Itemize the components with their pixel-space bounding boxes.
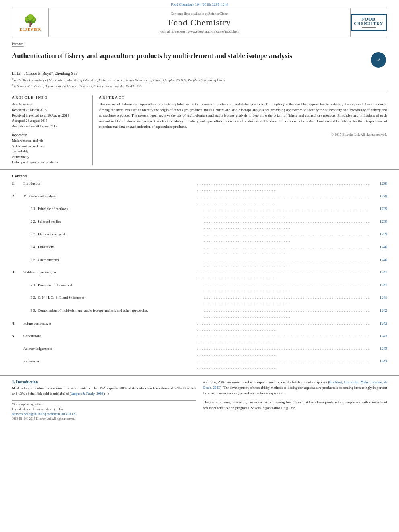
contents-dots-4 <box>197 320 371 333</box>
contents-page-2-3: 1239 <box>371 231 387 237</box>
contents-dots-2-1 <box>204 206 371 219</box>
history-label: Article history: <box>12 102 87 107</box>
top-citation-bar: Food Chemistry 194 (2016) 1238–1244 <box>0 0 399 8</box>
contents-label-intro: Introduction <box>23 181 197 187</box>
contents-label-2-4: Limitations <box>38 244 204 250</box>
elsevier-tree-icon: 🌳 <box>20 14 41 27</box>
contents-dots-ref <box>197 358 371 371</box>
online-date: Available online 29 August 2015 <box>12 124 87 129</box>
contents-label-ref: References <box>23 358 197 364</box>
contents-label-5: Conclusions <box>23 333 197 339</box>
journal-logo-box-area: FOOD CHEMISTRY ▬▬▬▬▬ <box>350 8 387 37</box>
contents-label-multi: Multi-element analysis <box>23 193 197 199</box>
abstract-text: The market of fishery and aquaculture pr… <box>99 102 387 130</box>
keyword-1: Multi-element analysis <box>12 138 87 144</box>
contents-page-5: 1243 <box>371 333 387 339</box>
contents-num-2: 2. <box>12 193 23 199</box>
contents-dots-2-3 <box>204 231 371 244</box>
food-chemistry-logo: FOOD CHEMISTRY ▬▬▬▬▬ <box>351 14 387 31</box>
contents-section: Contents 1. Introduction 1238 2. Multi-e… <box>12 174 387 371</box>
contents-num-1: 1. <box>12 181 23 187</box>
contents-page-2-4: 1240 <box>371 244 387 250</box>
revised-date: Received in revised form 19 August 2015 <box>12 113 87 119</box>
chemistry-logo-text: CHEMISTRY <box>354 21 383 25</box>
email-line: E-mail address: l.li@ouc.edu.cn (L. Li). <box>12 407 196 412</box>
intro-text-left: Mislabeling of seafood is common in seve… <box>12 386 196 397</box>
logo-decoration: ▬▬▬▬▬ <box>354 25 383 29</box>
email-link[interactable]: l.li@ouc.edu.cn (L. Li). <box>33 407 64 411</box>
food-logo-text: FOOD <box>354 16 383 21</box>
journal-citation: Food Chemistry 194 (2016) 1238–1244 <box>171 2 228 6</box>
affiliation-a: a a The Key Laboratory of Mariculture, M… <box>12 77 387 83</box>
journal-title: Food Chemistry <box>168 17 231 28</box>
affiliation-b: b b School of Fisheries, Aquaculture and… <box>12 83 387 89</box>
contents-row-2-2: 2.2. Selected studies 1239 <box>12 219 387 232</box>
article-history: Article history: Received 23 March 2015 … <box>12 102 87 129</box>
contents-page-intro: 1238 <box>371 181 387 187</box>
science-direct-text: Contents lists available at ScienceDirec… <box>171 12 229 16</box>
contents-title: Contents <box>12 174 387 178</box>
contents-dots-multi <box>197 193 371 206</box>
copyright-line: © 2015 Elsevier Ltd. All rights reserved… <box>99 132 387 136</box>
rochfort-ref[interactable]: Rochfort, Ezernieks, Maher, Ingram, & Ol… <box>203 380 387 390</box>
science-direct-line: Contents lists available at ScienceDirec… <box>171 12 229 16</box>
article-info-label: ARTICLE INFO <box>12 95 87 99</box>
keyword-3: Traceability <box>12 149 87 154</box>
affiliations: a a The Key Laboratory of Mariculture, M… <box>12 77 387 88</box>
article-title: Authentication of fishery and aquacultur… <box>12 51 292 60</box>
contents-row-2-4: 2.4. Limitations 1240 <box>12 244 387 257</box>
crossmark-icon: ✓ <box>371 52 386 68</box>
contents-dots-3-3 <box>204 308 371 320</box>
intro-text-right-1: Australia, 23% barramundi and red empero… <box>203 380 387 396</box>
article-info-column: ARTICLE INFO Article history: Received 2… <box>12 95 93 165</box>
journal-header-center: Contents lists available at ScienceDirec… <box>49 8 350 37</box>
crossmark-badge[interactable]: ✓ <box>370 51 387 68</box>
contents-row-5: 5. Conclusions 1243 <box>12 333 387 346</box>
contents-page-ack: 1243 <box>371 346 387 352</box>
contents-row-2-5: 2.5. Chemometrics 1240 <box>12 257 387 270</box>
contents-page-ref: 1243 <box>371 358 387 364</box>
body-right: Australia, 23% barramundi and red empero… <box>203 380 387 421</box>
contents-row-2-3: 2.3. Elements analyzed 1239 <box>12 231 387 244</box>
contents-row-ref: References 1243 <box>12 358 387 371</box>
divider-1 <box>0 169 399 170</box>
contents-label-3-2: C, N, H, O, S, B and Sr isotopes <box>38 295 204 301</box>
contents-page-4: 1243 <box>371 320 387 327</box>
contents-label-ack: Acknowledgements <box>23 346 197 352</box>
keyword-5: Fishery and aquaculture products <box>12 160 87 165</box>
doi-line[interactable]: http://dx.doi.org/10.1016/j.foodchem.201… <box>12 412 196 417</box>
contents-page-multi: 1239 <box>371 193 387 199</box>
keyword-2: Stable-isotope analysis <box>12 144 87 149</box>
contents-label-2-5: Chemometrics <box>38 257 204 263</box>
contents-row-3-3: 3.3. Combination of multi-element, stabl… <box>12 308 387 320</box>
contents-row-4: 4. Future perspectives 1243 <box>12 320 387 333</box>
contents-label-3-1: Principle of the method <box>38 282 204 288</box>
journal-homepage: journal homepage: www.elsevier.com/locat… <box>160 29 239 33</box>
contents-dots-intro <box>197 181 371 193</box>
contents-label-2-2: Selected studies <box>38 219 204 225</box>
divider-2 <box>0 375 399 376</box>
corresponding-note: * Corresponding author. <box>12 402 196 407</box>
contents-sub-2-1: 2.1. <box>23 206 38 212</box>
contents-dots-ack <box>197 346 371 359</box>
jacquet-pauly-ref[interactable]: Jacquet & Pauly, 2008 <box>71 392 103 396</box>
elsevier-brand-text: ELSEVIER <box>20 27 41 31</box>
contents-num-3: 3. <box>12 269 23 275</box>
contents-row-multi: 2. Multi-element analysis 1239 <box>12 193 387 206</box>
contents-label-4: Future perspectives <box>23 320 197 327</box>
contents-dots-5 <box>197 333 371 346</box>
contents-row-3-2: 3.2. C, N, H, O, S, B and Sr isotopes 12… <box>12 295 387 308</box>
footnote-area: * Corresponding author. E-mail address: … <box>12 400 196 421</box>
accepted-date: Accepted 28 August 2015 <box>12 118 87 124</box>
contents-dots-2-5 <box>204 257 371 270</box>
contents-row-ack: Acknowledgements 1243 <box>12 346 387 359</box>
contents-dots-3-1 <box>204 282 371 295</box>
contents-row-2-1: 2.1. Principle of methods 1239 <box>12 206 387 219</box>
contents-num-5: 5. <box>12 333 23 339</box>
contents-page-3-3: 1242 <box>371 308 387 314</box>
contents-sub-3-1: 3.1. <box>23 282 38 288</box>
authors-line: Li Lia,*, Claude E. Boydb, Zhenlong Suna <box>12 71 387 76</box>
article-body: Review Authentication of fishery and aqu… <box>12 37 387 165</box>
contents-sub-3-2: 3.2. <box>23 295 38 301</box>
introduction-section: 1. Introduction Mislabeling of seafood i… <box>12 380 387 421</box>
